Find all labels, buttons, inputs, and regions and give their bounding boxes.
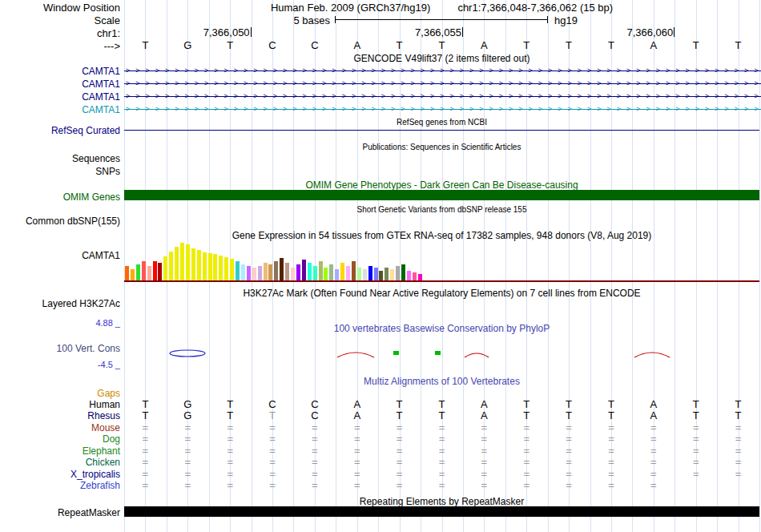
alignment-cell: T xyxy=(397,410,403,421)
alignment-cell: = xyxy=(693,445,699,457)
repeatmasker-title: Repeating Elements by RepeatMasker xyxy=(124,496,759,507)
alignment-cell: = xyxy=(397,457,403,468)
alignment-cell: = xyxy=(143,469,149,480)
alignment-cell: = xyxy=(397,433,403,445)
alignment-cell: T xyxy=(693,399,699,410)
alignment-cell: = xyxy=(354,422,360,433)
alignment-cell: C xyxy=(311,399,318,410)
alignment-cell: = xyxy=(143,422,149,433)
alignment-cell: = xyxy=(354,469,360,480)
species-label[interactable]: Zebrafish xyxy=(0,480,120,491)
alignment-cell: = xyxy=(269,422,276,433)
species-label[interactable]: Chicken xyxy=(0,457,120,468)
species-label[interactable]: Human xyxy=(0,399,120,410)
alignment-cell: = xyxy=(735,445,742,457)
alignment-cell: = xyxy=(650,457,657,468)
alignment-cell: = xyxy=(735,469,742,480)
alignment-cell: = xyxy=(269,445,276,457)
alignment-cell: = xyxy=(693,433,699,445)
alignment-cell: = xyxy=(650,480,657,491)
alignment-cell: = xyxy=(608,433,614,445)
repeatmasker-bar[interactable] xyxy=(124,506,759,517)
alignment-cell: = xyxy=(566,445,572,457)
alignment-cell: T xyxy=(439,410,445,421)
alignment-cell: T xyxy=(735,410,742,421)
alignment-cell: T xyxy=(566,410,572,421)
alignment-cell: = xyxy=(397,469,403,480)
alignment-cell: = xyxy=(523,480,529,491)
alignment-cell: = xyxy=(566,422,572,433)
alignment-cell: = xyxy=(312,457,318,468)
alignment-cell: T xyxy=(269,410,276,421)
alignment-cell: = xyxy=(566,469,572,480)
alignment-cell: = xyxy=(354,457,360,468)
alignment-cell: = xyxy=(354,480,360,491)
alignment-cell: = xyxy=(397,445,403,457)
alignment-cell: T xyxy=(608,399,614,410)
alignment-cell: = xyxy=(312,445,318,457)
alignment-cell: = xyxy=(650,445,657,457)
alignment-cell: = xyxy=(185,469,191,480)
alignment-cell: = xyxy=(566,433,572,445)
alignment-cell: = xyxy=(608,422,614,433)
alignment-cell: = xyxy=(227,445,233,457)
alignment-cell: C xyxy=(268,399,276,410)
alignment-cell: = xyxy=(523,445,529,457)
alignment-cell: = xyxy=(185,433,191,445)
alignment-cell: A xyxy=(353,410,360,421)
alignment-cell: = xyxy=(693,422,699,433)
alignment-cell: T xyxy=(735,399,742,410)
alignment-cell: = xyxy=(227,457,233,468)
repeatmasker-label[interactable]: RepeatMasker xyxy=(0,507,120,518)
alignment-cell: = xyxy=(735,433,742,445)
alignment-cell: = xyxy=(650,433,657,445)
alignment-cell: = xyxy=(650,469,657,480)
alignment-cell: = xyxy=(693,457,699,468)
alignment-cell: = xyxy=(312,433,318,445)
alignment-cell: = xyxy=(439,445,445,457)
alignment-cell: = xyxy=(439,480,445,491)
alignment-cell: T xyxy=(142,410,148,421)
alignment-cell: = xyxy=(354,433,360,445)
alignment-cell: = xyxy=(143,445,149,457)
alignment-cell: = xyxy=(227,433,233,445)
alignment-cell: = xyxy=(312,422,318,433)
alignment-cell: = xyxy=(439,433,445,445)
alignment-cell: = xyxy=(185,422,191,433)
species-label[interactable]: Mouse xyxy=(0,422,120,433)
alignment-cell: T xyxy=(693,410,699,421)
alignment-cell: = xyxy=(523,457,529,468)
alignment-cell: T xyxy=(523,410,529,421)
alignment-cell: = xyxy=(397,480,403,491)
alignment-cell: A xyxy=(650,410,657,421)
alignment-cell: = xyxy=(608,457,614,468)
alignment-cell: T xyxy=(227,399,233,410)
alignment-cell: = xyxy=(185,457,191,468)
alignment-cell: A xyxy=(481,410,488,421)
alignment-cell: = xyxy=(523,422,529,433)
alignment-cell: A xyxy=(353,399,360,410)
alignment-cell: = xyxy=(354,445,360,457)
alignment-cell: A xyxy=(481,399,488,410)
species-label[interactable]: Dog xyxy=(0,433,120,445)
alignment-cell: = xyxy=(481,457,488,468)
alignment-cell: = xyxy=(143,457,149,468)
species-label[interactable]: Elephant xyxy=(0,445,120,457)
genome-browser: Window Position Human Feb. 2009 (GRCh37/… xyxy=(0,0,761,532)
alignment-cell: = xyxy=(439,469,445,480)
multiz-rows: HumanTGTCCATTATTTATTRhesusTGTTCATTATTTAT… xyxy=(0,0,761,497)
species-label[interactable]: Rhesus xyxy=(0,410,120,421)
alignment-cell: = xyxy=(481,422,488,433)
alignment-cell: = xyxy=(566,457,572,468)
alignment-cell: = xyxy=(523,433,529,445)
alignment-cell: = xyxy=(523,469,529,480)
alignment-cell: = xyxy=(312,469,318,480)
alignment-cell: = xyxy=(185,445,191,457)
alignment-cell: T xyxy=(397,399,403,410)
alignment-cell: = xyxy=(439,457,445,468)
alignment-cell: = xyxy=(312,480,318,491)
species-label[interactable]: X_tropicalis xyxy=(0,469,120,480)
alignment-cell: C xyxy=(311,410,318,421)
alignment-cell: = xyxy=(227,469,233,480)
alignment-cell: = xyxy=(481,480,488,491)
